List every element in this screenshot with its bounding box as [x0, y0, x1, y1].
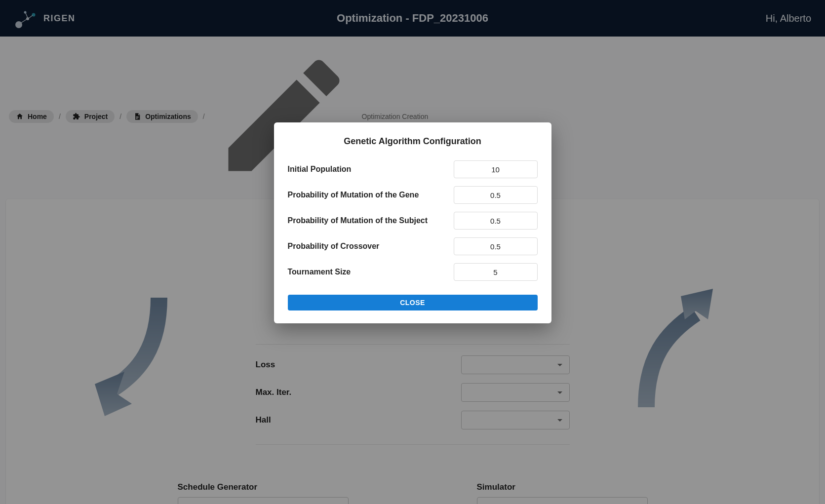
field-label: Probability of Crossover: [288, 242, 380, 251]
field-prob-crossover: Probability of Crossover: [288, 237, 538, 255]
field-label: Initial Population: [288, 165, 352, 174]
field-prob-mut-subject: Probability of Mutation of the Subject: [288, 212, 538, 230]
field-initial-population: Initial Population: [288, 160, 538, 178]
field-label: Tournament Size: [288, 268, 351, 276]
tournament-size-input[interactable]: [454, 263, 538, 281]
field-label: Probability of Mutation of the Subject: [288, 216, 428, 225]
modal-overlay[interactable]: Genetic Algorithm Configuration Initial …: [0, 0, 825, 504]
prob-mut-subject-input[interactable]: [454, 212, 538, 230]
prob-crossover-input[interactable]: [454, 237, 538, 255]
close-button[interactable]: CLOSE: [288, 295, 538, 310]
field-tournament-size: Tournament Size: [288, 263, 538, 281]
initial-population-input[interactable]: [454, 160, 538, 178]
prob-mut-gene-input[interactable]: [454, 186, 538, 204]
ga-config-modal: Genetic Algorithm Configuration Initial …: [274, 122, 551, 323]
field-label: Probability of Mutation of the Gene: [288, 191, 419, 199]
close-button-label: CLOSE: [400, 299, 425, 307]
modal-title: Genetic Algorithm Configuration: [288, 136, 538, 147]
field-prob-mut-gene: Probability of Mutation of the Gene: [288, 186, 538, 204]
